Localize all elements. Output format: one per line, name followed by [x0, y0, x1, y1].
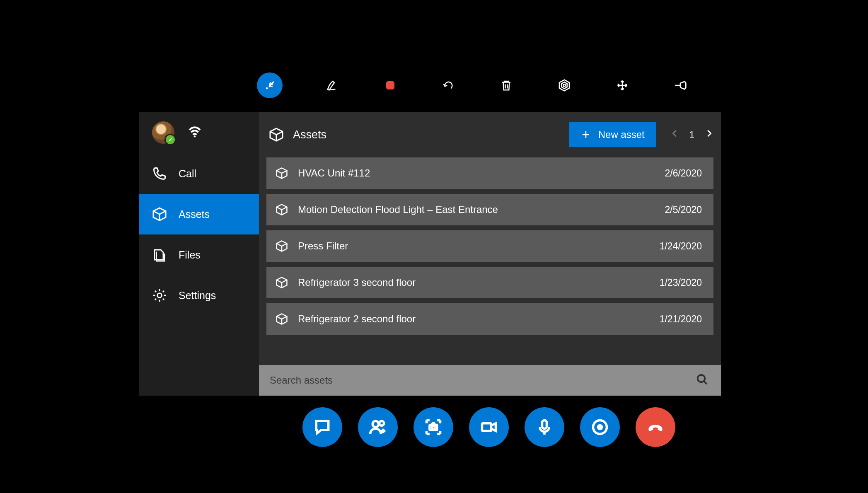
assets-header: Assets New asset 1	[259, 112, 721, 157]
new-asset-label: New asset	[598, 129, 645, 140]
svg-rect-19	[482, 423, 491, 431]
microphone-button[interactable]	[525, 407, 564, 447]
asset-date: 1/23/2020	[660, 277, 702, 288]
asset-date: 2/6/2020	[665, 168, 702, 179]
asset-row[interactable]: Refrigerator 2 second floor 1/21/2020	[266, 303, 713, 335]
annotation-toolbar	[257, 72, 689, 98]
asset-row[interactable]: HVAC Unit #112 2/6/2020	[266, 157, 713, 189]
video-button[interactable]	[469, 407, 509, 447]
asset-name: Motion Detection Flood Light – East Entr…	[298, 204, 665, 215]
svg-point-16	[380, 421, 384, 425]
svg-point-5	[194, 135, 196, 138]
wifi-icon	[188, 125, 202, 140]
target-icon[interactable]	[556, 77, 573, 94]
sidebar-item-files[interactable]: Files	[139, 234, 259, 275]
sidebar-item-settings[interactable]: Settings	[139, 275, 259, 316]
arrow-minimize-icon[interactable]	[257, 72, 283, 98]
svg-point-7	[157, 293, 162, 298]
search-input[interactable]	[270, 375, 696, 386]
profile-area	[139, 112, 259, 153]
asset-name: HVAC Unit #112	[298, 167, 665, 179]
asset-date: 1/21/2020	[660, 314, 702, 325]
sidebar-item-assets[interactable]: Assets	[139, 194, 259, 234]
avatar[interactable]	[151, 121, 175, 145]
add-participant-button[interactable]	[358, 407, 398, 447]
record-button[interactable]	[580, 407, 620, 447]
stop-recording-icon[interactable]	[382, 77, 399, 94]
pager-next[interactable]	[704, 128, 713, 141]
move-icon[interactable]	[614, 77, 631, 94]
search-bar	[259, 365, 721, 396]
asset-name: Refrigerator 2 second floor	[298, 313, 660, 325]
asset-row[interactable]: Motion Detection Flood Light – East Entr…	[266, 194, 713, 225]
pager: 1	[665, 128, 713, 141]
sidebar-item-label: Settings	[179, 290, 216, 302]
pager-prev[interactable]	[670, 128, 679, 141]
search-icon[interactable]	[696, 373, 708, 387]
chat-button[interactable]	[302, 407, 342, 447]
asset-row[interactable]: Refrigerator 3 second floor 1/23/2020	[266, 267, 713, 298]
svg-point-14	[698, 375, 705, 382]
sidebar-item-label: Assets	[179, 208, 210, 220]
svg-point-15	[372, 421, 379, 427]
page-number: 1	[689, 129, 694, 140]
camera-capture-button[interactable]	[413, 407, 453, 447]
svg-rect-20	[542, 420, 547, 429]
call-control-bar	[302, 407, 675, 447]
page-title: Assets	[269, 127, 561, 142]
sidebar-item-call[interactable]: Call	[139, 153, 259, 194]
sidebar: Call Assets Files Settings	[139, 112, 259, 396]
asset-date: 1/24/2020	[660, 241, 702, 252]
page-title-text: Assets	[293, 128, 326, 141]
ink-pen-icon[interactable]	[324, 77, 341, 94]
new-asset-button[interactable]: New asset	[569, 122, 656, 147]
assets-panel: Call Assets Files Settings Assets New as…	[139, 112, 721, 396]
asset-list: HVAC Unit #112 2/6/2020 Motion Detection…	[259, 157, 721, 365]
svg-point-4	[563, 84, 565, 86]
sidebar-item-label: Call	[179, 168, 196, 180]
sidebar-item-label: Files	[179, 249, 201, 261]
svg-marker-3	[561, 82, 567, 89]
asset-date: 2/5/2020	[665, 204, 702, 215]
svg-point-18	[432, 426, 435, 429]
undo-icon[interactable]	[440, 77, 457, 94]
svg-point-0	[266, 87, 268, 89]
asset-row[interactable]: Press Filter 1/24/2020	[266, 230, 713, 262]
asset-name: Press Filter	[298, 240, 660, 252]
svg-point-22	[597, 424, 603, 430]
asset-name: Refrigerator 3 second floor	[298, 277, 660, 288]
main-content: Assets New asset 1 HVAC Unit #112 2/6/2	[259, 112, 721, 396]
pin-icon[interactable]	[672, 77, 689, 94]
svg-rect-1	[386, 81, 394, 89]
end-call-button[interactable]	[636, 407, 675, 447]
delete-icon[interactable]	[498, 77, 515, 94]
